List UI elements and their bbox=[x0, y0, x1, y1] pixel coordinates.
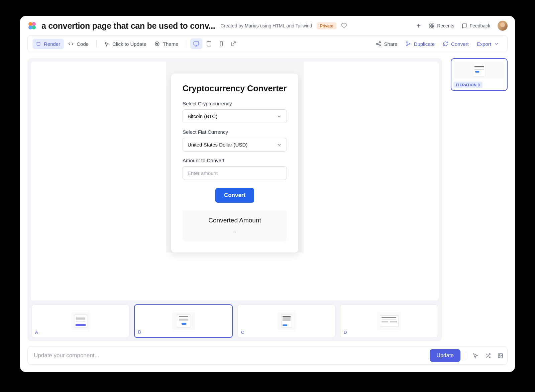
crypto-select-label: Select Cryptocurrency bbox=[183, 101, 287, 106]
export-label: Export bbox=[477, 41, 491, 47]
feedback-label: Feedback bbox=[470, 23, 490, 28]
iterations-panel: ITERATION 0 bbox=[451, 58, 508, 341]
iteration-thumbnail bbox=[454, 62, 504, 79]
convert-label: Convert bbox=[451, 41, 469, 47]
prompt-bar: Update bbox=[27, 347, 508, 365]
share-button[interactable]: Share bbox=[372, 39, 401, 49]
variant-c[interactable]: C bbox=[237, 304, 335, 338]
svg-rect-9 bbox=[432, 26, 434, 28]
add-button[interactable] bbox=[416, 23, 422, 29]
recents-button[interactable]: Recents bbox=[429, 23, 454, 29]
duplicate-label: Duplicate bbox=[414, 41, 435, 47]
canvas-area: Cryptocurrency Converter Select Cryptocu… bbox=[27, 58, 442, 341]
preview-canvas: Cryptocurrency Converter Select Cryptocu… bbox=[31, 62, 439, 300]
iteration-card[interactable]: ITERATION 0 bbox=[451, 58, 508, 91]
svg-line-30 bbox=[486, 354, 488, 355]
update-button[interactable]: Update bbox=[430, 349, 460, 362]
svg-point-20 bbox=[379, 41, 381, 43]
prompt-input[interactable] bbox=[34, 352, 426, 359]
privacy-badge: Private bbox=[317, 22, 336, 29]
variant-b-label: B bbox=[138, 329, 141, 334]
crypto-select-value: Bitcoin (BTC) bbox=[188, 113, 217, 119]
image-icon[interactable] bbox=[496, 352, 505, 360]
tab-code-label: Code bbox=[77, 41, 89, 47]
svg-point-13 bbox=[157, 43, 158, 44]
svg-point-11 bbox=[155, 42, 159, 46]
svg-point-21 bbox=[377, 43, 378, 44]
author-name: Marius bbox=[245, 23, 259, 28]
fiat-select-value: United States Dollar (USD) bbox=[188, 142, 247, 148]
chevron-down-icon bbox=[277, 142, 282, 148]
svg-line-24 bbox=[378, 42, 379, 43]
svg-rect-19 bbox=[220, 41, 223, 46]
page-title: a convertion page that can be used to co… bbox=[41, 21, 215, 31]
svg-point-27 bbox=[409, 43, 410, 44]
tab-render[interactable]: Render bbox=[32, 39, 64, 49]
svg-point-32 bbox=[499, 354, 500, 355]
open-external-button[interactable] bbox=[228, 39, 239, 49]
device-mobile-button[interactable] bbox=[216, 39, 227, 49]
shuffle-icon[interactable] bbox=[484, 352, 492, 360]
svg-point-3 bbox=[32, 25, 36, 29]
recents-label: Recents bbox=[437, 23, 454, 28]
svg-rect-10 bbox=[37, 42, 40, 45]
fiat-select[interactable]: United States Dollar (USD) bbox=[183, 138, 287, 152]
feedback-button[interactable]: Feedback bbox=[462, 23, 490, 29]
theme-button[interactable]: Theme bbox=[151, 39, 182, 49]
svg-point-14 bbox=[157, 44, 157, 45]
toolbar: Render Code Click to Update Theme bbox=[27, 35, 508, 52]
device-desktop-button[interactable] bbox=[190, 38, 202, 49]
fiat-select-label: Select Fiat Currency bbox=[183, 129, 287, 135]
duplicate-button[interactable]: Duplicate bbox=[402, 39, 439, 49]
submit-convert-button[interactable]: Convert bbox=[215, 188, 254, 203]
svg-point-26 bbox=[406, 45, 407, 46]
variant-a-label: A bbox=[35, 330, 38, 335]
cursor-icon[interactable] bbox=[471, 352, 480, 360]
click-to-update-label: Click to Update bbox=[112, 41, 146, 47]
app-logo bbox=[27, 21, 37, 30]
svg-rect-15 bbox=[194, 42, 199, 45]
amount-input[interactable] bbox=[183, 166, 287, 180]
theme-label: Theme bbox=[163, 41, 179, 47]
result-box: Converted Amount -- bbox=[183, 210, 287, 241]
svg-rect-18 bbox=[207, 41, 211, 46]
svg-rect-6 bbox=[430, 24, 431, 25]
tab-code[interactable]: Code bbox=[65, 39, 92, 49]
converter-title: Cryptocurrency Converter bbox=[183, 84, 287, 93]
variant-d[interactable]: D bbox=[340, 304, 438, 338]
variant-row: A B C D bbox=[31, 304, 439, 338]
svg-line-23 bbox=[378, 44, 379, 45]
svg-point-22 bbox=[379, 45, 381, 46]
chevron-down-icon bbox=[277, 114, 282, 119]
iteration-label: ITERATION 0 bbox=[453, 82, 483, 88]
export-button[interactable]: Export bbox=[473, 39, 503, 49]
svg-rect-8 bbox=[430, 26, 431, 28]
variant-c-label: C bbox=[241, 330, 244, 335]
svg-point-12 bbox=[156, 43, 157, 44]
crypto-select[interactable]: Bitcoin (BTC) bbox=[183, 109, 287, 123]
variant-d-label: D bbox=[344, 330, 347, 335]
svg-point-25 bbox=[406, 41, 407, 42]
created-by-text: Created by Marius using HTML and Tailwin… bbox=[220, 23, 312, 28]
svg-rect-7 bbox=[432, 24, 434, 25]
click-to-update-button[interactable]: Click to Update bbox=[101, 39, 150, 49]
created-by-prefix: Created by bbox=[220, 23, 244, 28]
tab-render-label: Render bbox=[44, 41, 60, 47]
variant-a[interactable]: A bbox=[31, 304, 129, 338]
result-value: -- bbox=[189, 229, 280, 234]
share-label: Share bbox=[384, 41, 398, 47]
favorite-icon[interactable] bbox=[341, 23, 347, 29]
result-title: Converted Amount bbox=[189, 217, 280, 224]
convert-button[interactable]: Convert bbox=[439, 39, 472, 49]
variant-b[interactable]: B bbox=[134, 304, 233, 338]
amount-input-label: Amount to Convert bbox=[183, 158, 287, 163]
user-avatar[interactable] bbox=[498, 21, 508, 31]
header: a convertion page that can be used to co… bbox=[20, 16, 515, 35]
device-tablet-button[interactable] bbox=[203, 38, 215, 49]
created-by-suffix: using HTML and Tailwind bbox=[259, 23, 312, 28]
converter-card: Cryptocurrency Converter Select Cryptocu… bbox=[171, 74, 298, 253]
